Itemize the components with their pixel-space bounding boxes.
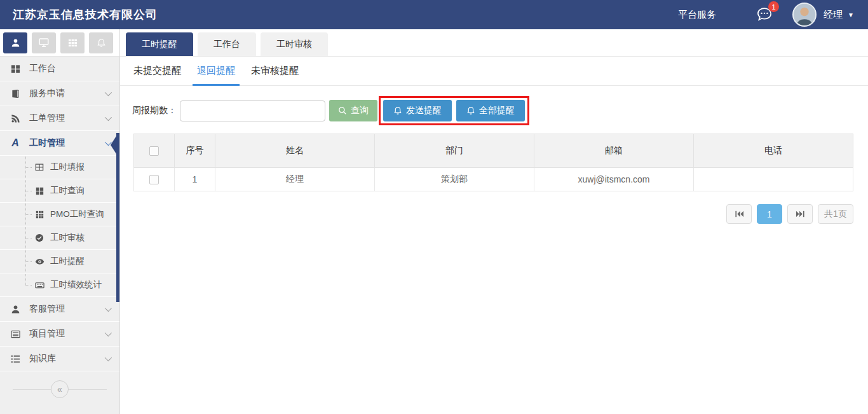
grid-3x3-icon <box>34 210 44 219</box>
user-avatar[interactable] <box>792 3 817 27</box>
active-section-indicator <box>116 133 119 302</box>
user-menu[interactable]: 经理 <box>824 9 843 21</box>
sidebar-item-workbench[interactable]: 工作台 <box>0 57 119 81</box>
weekly-report-period-label: 周报期数： <box>132 105 177 116</box>
send-reminder-button[interactable]: 发送提醒 <box>383 100 452 121</box>
topbar-right: 平台服务 1 经理 ▼ <box>678 3 854 27</box>
sidebar-subitem-label: 工时填报 <box>50 162 85 173</box>
check-circle-icon <box>34 233 44 242</box>
toolbar-grid-module-button[interactable] <box>60 32 85 53</box>
row-checkbox[interactable] <box>149 175 159 184</box>
all-reminder-button[interactable]: 全部提醒 <box>456 100 525 121</box>
sidebar-subitem-worktime-reminder[interactable]: 工时提醒 <box>0 250 119 273</box>
row-department-cell: 策划部 <box>375 168 534 191</box>
weekly-report-period-input[interactable] <box>180 100 325 121</box>
collapse-icon: « <box>57 384 62 394</box>
table-row: 1 经理 策划部 xuwj@itsmcn.com <box>134 168 853 191</box>
reminder-table-wrap: 序号 姓名 部门 邮箱 电话 1 经理 策划部 xuwj@itsmcn.com <box>133 134 853 191</box>
toolbar-bell-module-button[interactable] <box>89 32 113 53</box>
sidebar-subitem-pmo-worktime-query[interactable]: PMO工时查询 <box>0 203 119 226</box>
tab-workbench[interactable]: 工作台 <box>198 32 256 56</box>
send-reminder-label: 发送提醒 <box>406 105 442 116</box>
sidebar-item-label: 工作台 <box>29 63 56 74</box>
select-all-checkbox[interactable] <box>149 146 159 156</box>
sidebar-subitem-label: 工时绩效统计 <box>50 279 102 291</box>
column-header-email: 邮箱 <box>534 134 694 168</box>
monitor-icon <box>39 38 49 48</box>
company-title: 江苏京玉信息技术有限公司 <box>13 7 158 22</box>
sidebar-menu: 工作台 服务申请 工单管理 A 工时管理 <box>0 57 119 399</box>
platform-service-link[interactable]: 平台服务 <box>678 9 716 21</box>
table-icon <box>34 163 44 172</box>
sidebar-item-work-order[interactable]: 工单管理 <box>0 106 119 131</box>
sidebar-subitem-label: PMO工时查询 <box>50 209 104 220</box>
subtab-unreviewed-reminder[interactable]: 未审核提醒 <box>249 57 301 85</box>
subtab-returned-reminder[interactable]: 退回提醒 <box>195 57 237 85</box>
worktime-submenu: 工时填报 工时查询 PMO工时查询 <box>0 156 119 297</box>
annotation-highlight-box: 发送提醒 全部提醒 <box>379 96 529 125</box>
tab-worktime-review[interactable]: 工时审核 <box>261 32 328 56</box>
messages-button[interactable]: 1 <box>756 6 773 24</box>
sidebar-item-knowledge-base[interactable]: 知识库 <box>0 347 119 371</box>
keyboard-icon <box>34 280 44 290</box>
row-phone-cell <box>694 168 853 191</box>
message-count-badge: 1 <box>768 1 779 12</box>
row-select-cell <box>134 168 175 191</box>
eye-icon <box>34 257 44 266</box>
query-button[interactable]: 查询 <box>329 100 377 121</box>
bell-icon <box>97 38 106 48</box>
tab-strip: 工时提醒 工作台 工时审核 <box>120 29 868 57</box>
sidebar-item-label: 工时管理 <box>29 137 65 149</box>
sidebar-subitem-worktime-query[interactable]: 工时查询 <box>0 179 119 203</box>
chevron-down-icon <box>105 305 112 312</box>
first-page-button[interactable] <box>726 204 752 224</box>
reminder-table: 序号 姓名 部门 邮箱 电话 1 经理 策划部 xuwj@itsmcn.com <box>133 134 853 191</box>
total-pages-label: 共1页 <box>818 204 853 224</box>
tab-worktime-reminder[interactable]: 工时提醒 <box>126 32 193 56</box>
sidebar-subitem-worktime-fill[interactable]: 工时填报 <box>0 156 119 179</box>
page-number-button[interactable]: 1 <box>757 204 782 224</box>
skip-last-icon <box>796 209 805 219</box>
subtab-unsubmitted-reminder[interactable]: 未提交提醒 <box>132 57 183 85</box>
windows-icon <box>10 64 21 74</box>
chevron-down-icon <box>105 354 112 361</box>
sidebar-subitem-worktime-review[interactable]: 工时审核 <box>0 226 119 250</box>
book-icon <box>10 89 21 99</box>
select-all-header <box>134 134 175 168</box>
rss-icon <box>10 114 21 123</box>
card-list-icon <box>10 329 21 339</box>
sidebar-item-label: 项目管理 <box>29 328 65 340</box>
toolbar-monitor-module-button[interactable] <box>32 32 56 53</box>
skip-first-icon <box>735 209 744 219</box>
table-header-row: 序号 姓名 部门 邮箱 电话 <box>134 134 853 168</box>
sidebar-item-project-management[interactable]: 项目管理 <box>0 322 119 347</box>
row-index-cell: 1 <box>175 168 215 191</box>
sidebar-item-label: 知识库 <box>29 353 56 364</box>
row-name-cell: 经理 <box>215 168 375 191</box>
caret-down-icon[interactable]: ▼ <box>848 11 854 18</box>
sidebar-item-worktime-management[interactable]: A 工时管理 <box>0 131 119 156</box>
all-reminder-label: 全部提醒 <box>479 105 515 116</box>
last-page-button[interactable] <box>787 204 813 224</box>
sidebar-item-customer-service[interactable]: 客服管理 <box>0 297 119 322</box>
column-header-phone: 电话 <box>694 134 853 168</box>
query-button-label: 查询 <box>351 105 369 116</box>
grid-icon <box>68 38 78 48</box>
row-email-cell: xuwj@itsmcn.com <box>534 168 694 191</box>
column-header-department: 部门 <box>375 134 534 168</box>
sidebar-subitem-label: 工时查询 <box>50 185 85 197</box>
font-a-icon: A <box>10 138 21 148</box>
chevron-down-icon <box>105 329 112 336</box>
subtab-strip: 未提交提醒 退回提醒 未审核提醒 <box>120 57 868 86</box>
column-header-index: 序号 <box>175 134 215 168</box>
sidebar-subitem-label: 工时提醒 <box>50 256 85 267</box>
toolbar-user-module-button[interactable] <box>3 32 27 53</box>
sidebar-collapse-button[interactable]: « <box>51 380 69 398</box>
sidebar-item-label: 服务申请 <box>29 88 65 99</box>
sidebar-subitem-worktime-performance[interactable]: 工时绩效统计 <box>0 273 119 297</box>
sidebar-item-service-request[interactable]: 服务申请 <box>0 81 119 106</box>
person-icon <box>11 38 20 48</box>
sidebar: 工作台 服务申请 工单管理 A 工时管理 <box>0 29 120 414</box>
person-icon <box>10 305 21 314</box>
sidebar-item-label: 工单管理 <box>29 113 65 124</box>
